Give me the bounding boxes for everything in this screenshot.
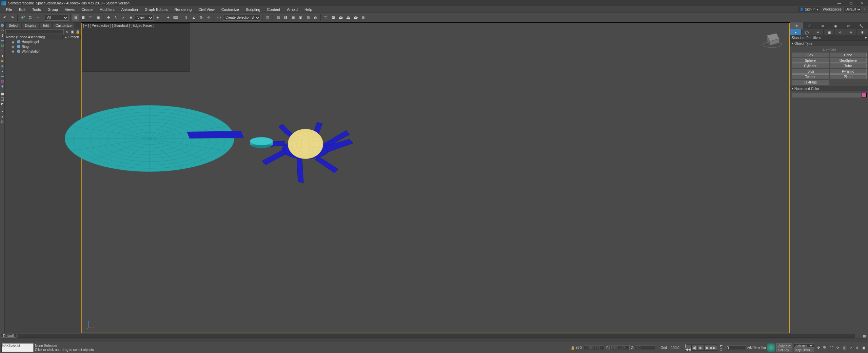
- unlink-button[interactable]: ⛓: [27, 14, 34, 21]
- rollup-name-color[interactable]: Name and Color: [790, 86, 868, 91]
- collapse-all-icon[interactable]: [0, 109, 5, 114]
- xref-filter-icon[interactable]: [0, 79, 5, 84]
- key-mode-toggle[interactable]: ⇄: [718, 344, 724, 348]
- angle-snap-button[interactable]: ∠: [190, 14, 197, 21]
- maximize-button[interactable]: ▢: [846, 1, 855, 5]
- cmd-tab-motion[interactable]: ◉: [829, 22, 842, 29]
- material-editor-button[interactable]: ◐: [312, 14, 319, 21]
- prev-frame-button[interactable]: ◀|: [691, 345, 697, 351]
- viewport-label[interactable]: [ + ] [ Perspective ] [ Standard ] [ Edg…: [83, 24, 154, 27]
- autogrid-checkbox[interactable]: AutoGrid: [792, 48, 867, 53]
- goto-start-button[interactable]: |◀◀: [685, 345, 691, 351]
- select-name-button[interactable]: ☰: [80, 14, 86, 21]
- keyboard-shortcut-button[interactable]: ⌨: [172, 14, 179, 21]
- prim-teapot[interactable]: Teapot: [792, 74, 829, 79]
- set-key-large-button[interactable]: [767, 343, 775, 352]
- cat-cameras[interactable]: ▣: [824, 29, 835, 35]
- menu-group[interactable]: Group: [44, 7, 61, 12]
- scene-item[interactable]: ◉ Wohnstation: [5, 49, 81, 54]
- prim-cylinder[interactable]: Cylinder: [792, 63, 829, 68]
- column-name[interactable]: Name (Sorted Ascending): [5, 35, 63, 39]
- clear-search-icon[interactable]: ✕: [64, 29, 69, 34]
- menu-rendering[interactable]: Rendering: [171, 7, 195, 12]
- shape-filter-icon[interactable]: [0, 28, 5, 33]
- spacewarp-filter-icon[interactable]: [0, 49, 5, 53]
- menu-graph-editors[interactable]: Graph Editors: [141, 7, 171, 12]
- maximize-viewport-button[interactable]: ▣: [861, 345, 867, 351]
- container-filter-icon[interactable]: [0, 59, 5, 63]
- pan-button[interactable]: ✥: [815, 345, 822, 351]
- rollup-object-type[interactable]: Object Type: [790, 41, 868, 46]
- zoom-extents-button[interactable]: ⛶: [828, 345, 834, 351]
- prim-pyramid[interactable]: Pyramid: [830, 69, 867, 74]
- goto-end-button[interactable]: ▶▶|: [711, 345, 717, 351]
- group-filter-icon[interactable]: [0, 74, 5, 79]
- coord-x[interactable]: [584, 345, 604, 350]
- cat-helpers[interactable]: ✧: [835, 29, 846, 35]
- signin-button[interactable]: 👤 Sign In ▾: [798, 7, 820, 12]
- menu-file[interactable]: File: [3, 7, 16, 12]
- dolly-button[interactable]: ⤢: [848, 345, 854, 351]
- se-tab-customize[interactable]: Customize: [53, 23, 74, 28]
- mirror-button[interactable]: ▥: [264, 14, 271, 21]
- column-frozen[interactable]: ▲ Frozen: [63, 35, 81, 39]
- undo-button[interactable]: ↶: [1, 14, 8, 21]
- cmd-tab-create[interactable]: ✚: [790, 22, 803, 29]
- rotate-button[interactable]: ↻: [113, 14, 119, 21]
- add-time-tag[interactable]: Add Time Tag: [747, 346, 766, 349]
- geometry-filter-icon[interactable]: [0, 23, 5, 28]
- cmd-tab-hierarchy[interactable]: ⧈: [816, 22, 829, 29]
- selection-filter-dropdown[interactable]: All: [45, 15, 68, 21]
- play-button[interactable]: ▶: [698, 345, 704, 351]
- menu-views[interactable]: Views: [61, 7, 78, 12]
- spinner-snap-button[interactable]: ⟲: [205, 14, 212, 21]
- edit-named-selection-button[interactable]: { }: [216, 14, 222, 21]
- ref-coord-dropdown[interactable]: View: [135, 15, 154, 21]
- scene-explorer-search-input[interactable]: [5, 29, 64, 34]
- menu-customize[interactable]: Customize: [218, 7, 242, 12]
- helper-filter-icon[interactable]: [0, 43, 5, 48]
- scene-item[interactable]: ◉ Hauptkugel: [5, 39, 81, 44]
- display-all-icon[interactable]: [0, 92, 5, 96]
- select-object-button[interactable]: ▦: [72, 14, 79, 21]
- visibility-icon[interactable]: ◉: [12, 40, 16, 44]
- key-filter-dropdown[interactable]: Selected: [794, 343, 814, 348]
- minimize-button[interactable]: —: [835, 1, 844, 5]
- cat-geometry[interactable]: ●: [790, 29, 802, 35]
- link-button[interactable]: 🔗: [19, 14, 26, 21]
- display-invert-icon[interactable]: [0, 102, 5, 107]
- manipulate-button[interactable]: ✦: [165, 14, 172, 21]
- menu-scripting[interactable]: Scripting: [242, 7, 264, 12]
- autokey-button[interactable]: Auto Key: [776, 343, 792, 348]
- search-options-icon[interactable]: ▣: [70, 29, 75, 34]
- hidden-filter-icon[interactable]: [0, 69, 5, 74]
- named-selection-dropdown[interactable]: Create Selection Se: [223, 15, 260, 21]
- lock-icon[interactable]: 🔒: [75, 29, 80, 34]
- maxscript-listener[interactable]: MAXScript Mi: [1, 343, 34, 352]
- render-setup-button[interactable]: 🎬: [322, 14, 329, 21]
- cmd-tab-display[interactable]: ▭: [842, 22, 855, 29]
- sync-icon[interactable]: [0, 119, 5, 124]
- prim-textplus[interactable]: TextPlus: [792, 80, 829, 85]
- snap-toggle-button[interactable]: 3: [183, 14, 190, 21]
- prim-plane[interactable]: Plane: [830, 74, 867, 79]
- cmd-tab-utilities[interactable]: 🔧: [855, 22, 868, 29]
- pivot-button[interactable]: ◈: [154, 14, 161, 21]
- menu-edit[interactable]: Edit: [16, 7, 29, 12]
- prim-torus[interactable]: Torus: [792, 69, 829, 74]
- prim-sphere[interactable]: Sphere: [792, 58, 829, 63]
- se-tab-edit[interactable]: Edit: [40, 23, 52, 28]
- se-tab-select[interactable]: Select: [6, 23, 21, 28]
- layer-filter-icon[interactable]: [0, 84, 5, 89]
- workspace-dropdown[interactable]: Default: [844, 7, 862, 12]
- camera-filter-icon[interactable]: [0, 38, 5, 43]
- close-button[interactable]: ✕: [858, 1, 867, 5]
- layer-manager-icon[interactable]: ☰: [856, 333, 861, 338]
- fov-button[interactable]: ◫: [841, 345, 847, 351]
- cat-spacewarps[interactable]: ≋: [846, 29, 857, 35]
- window-crossing-button[interactable]: ▣: [95, 14, 101, 21]
- frozen-filter-icon[interactable]: [0, 64, 5, 69]
- roll-button[interactable]: ↺: [854, 345, 860, 351]
- isolate-icon[interactable]: ⊡: [576, 346, 579, 350]
- se-tab-display[interactable]: Display: [22, 23, 39, 28]
